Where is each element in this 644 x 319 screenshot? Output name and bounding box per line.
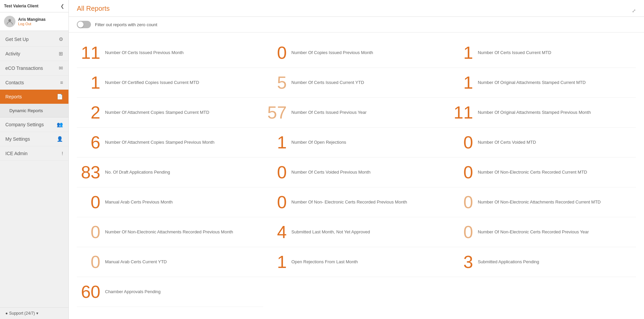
nav-icon-my-settings: 👤 <box>57 136 63 142</box>
report-item-r20[interactable]: 4Submitted Last Month, Not Yet Approved <box>263 217 449 247</box>
report-number-r7: 2 <box>77 104 100 121</box>
report-label-r21: Number Of Non-Electronic Certs Recorded … <box>478 229 631 235</box>
sidebar-item-get-set-up[interactable]: Get Set Up⚙ <box>0 32 68 47</box>
nav-icon-contacts: ≡ <box>60 80 63 85</box>
zero-count-filter-toggle[interactable] <box>77 21 91 28</box>
report-item-r19[interactable]: 0Number Of Non-Electronic Attachments Re… <box>77 217 263 247</box>
chevron-down-icon: ▾ <box>36 311 38 316</box>
report-number-r13: 83 <box>77 164 100 181</box>
report-label-r16: Manual Arab Certs Previous Month <box>105 199 258 205</box>
support-icon: ● <box>5 311 8 316</box>
report-item-r24[interactable]: 3Submitted Applications Pending <box>450 247 636 277</box>
header-actions: ⤢ <box>632 8 636 13</box>
report-item-r11[interactable]: 1Number Of Open Rejections <box>263 128 449 157</box>
report-label-r11: Number Of Open Rejections <box>291 140 444 145</box>
sidebar-item-label: Activity <box>5 51 20 56</box>
sidebar-item-label: eCO Transactions <box>5 65 43 71</box>
app-name: Test Valeria Client <box>4 4 39 8</box>
user-name: Aris Manginas <box>18 17 46 22</box>
user-info: Aris Manginas Log Out <box>18 17 46 26</box>
reports-grid: 11Number Of Certs Issued Previous Month0… <box>77 38 636 307</box>
main-header: All Reports ⤢ <box>69 0 644 17</box>
report-number-r3: 1 <box>450 44 473 61</box>
report-number-r17: 0 <box>263 193 287 211</box>
report-item-r6[interactable]: 1Number Of Original Attachments Stamped … <box>450 68 636 98</box>
report-number-r4: 1 <box>77 74 100 91</box>
nav-icon-activity: ⊞ <box>59 51 63 57</box>
report-item-r8[interactable]: 57Number Of Certs Issued Previous Year <box>263 98 449 128</box>
report-item-r13[interactable]: 83No. Of Draft Applications Pending <box>77 157 263 187</box>
report-item-r3[interactable]: 1Number Of Certs Issued Current MTD <box>450 38 636 68</box>
sidebar-item-eco-transactions[interactable]: eCO Transactions✉ <box>0 61 68 76</box>
report-item-r22[interactable]: 0Manual Arab Certs Current YTD <box>77 247 263 277</box>
report-item-r4[interactable]: 1Number Of Certified Copies Issued Curre… <box>77 68 263 98</box>
report-label-r3: Number Of Certs Issued Current MTD <box>478 50 631 56</box>
support-label: Support (24/7) <box>9 311 35 316</box>
report-item-r12[interactable]: 0Number Of Certs Voided MTD <box>450 128 636 157</box>
report-item-r5[interactable]: 5Number Of Certs Issued Current YTD <box>263 68 449 98</box>
zero-count-filter-label: Filter out reports with zero count <box>95 22 157 27</box>
report-item-r1[interactable]: 11Number Of Certs Issued Previous Month <box>77 38 263 68</box>
sidebar-item-ice-admin[interactable]: ICE Admin! <box>0 146 68 161</box>
sidebar-item-label: Company Settings <box>5 122 44 127</box>
report-number-r9: 11 <box>450 104 473 121</box>
report-item-r7[interactable]: 2Number Of Attachment Copies Stamped Cur… <box>77 98 263 128</box>
support-link[interactable]: ● Support (24/7) ▾ <box>0 307 68 319</box>
sidebar-item-my-settings[interactable]: My Settings👤 <box>0 132 68 146</box>
report-item-r21[interactable]: 0Number Of Non-Electronic Certs Recorded… <box>450 217 636 247</box>
sidebar: Test Valeria Client ❮ Aris Manginas Log … <box>0 0 69 319</box>
nav-icon-eco-transactions: ✉ <box>59 65 63 71</box>
sidebar-item-company-settings[interactable]: Company Settings👥 <box>0 118 68 132</box>
report-item-r9[interactable]: 11Number Of Original Attachments Stamped… <box>450 98 636 128</box>
report-number-r11: 1 <box>263 134 287 151</box>
report-label-r7: Number Of Attachment Copies Stamped Curr… <box>105 110 258 116</box>
sidebar-item-label: Dynamic Reports <box>9 108 43 113</box>
report-item-r15[interactable]: 0Number Of Non-Electronic Certs Recorded… <box>450 157 636 187</box>
report-label-r22: Manual Arab Certs Current YTD <box>105 259 258 265</box>
report-number-r24: 3 <box>450 253 473 271</box>
report-label-r15: Number Of Non-Electronic Certs Recorded … <box>478 170 631 175</box>
report-label-r2: Number Of Copies Issued Previous Month <box>291 50 444 56</box>
nav-icon-company-settings: 👥 <box>57 122 63 128</box>
report-number-r14: 0 <box>263 164 287 181</box>
sidebar-item-reports[interactable]: Reports📄 <box>0 90 68 104</box>
report-label-r8: Number Of Certs Issued Previous Year <box>291 110 444 116</box>
report-label-r24: Submitted Applications Pending <box>478 259 631 265</box>
report-item-r18[interactable]: 0Number Of Non-Electronic Attachments Re… <box>450 187 636 217</box>
report-item-r16[interactable]: 0Manual Arab Certs Previous Month <box>77 187 263 217</box>
report-label-r13: No. Of Draft Applications Pending <box>105 170 258 175</box>
report-number-r23: 1 <box>263 253 287 271</box>
sidebar-item-activity[interactable]: Activity⊞ <box>0 47 68 61</box>
report-label-r19: Number Of Non-Electronic Attachments Rec… <box>105 229 258 235</box>
report-label-r5: Number Of Certs Issued Current YTD <box>291 80 444 86</box>
report-label-r1: Number Of Certs Issued Previous Month <box>105 50 258 56</box>
report-number-r25: 60 <box>77 283 100 301</box>
nav-icon-reports: 📄 <box>57 94 63 100</box>
report-label-r12: Number Of Certs Voided MTD <box>478 140 631 145</box>
sidebar-item-label: ICE Admin <box>5 151 28 156</box>
report-item-r10[interactable]: 6Number Of Attachment Copies Stamped Pre… <box>77 128 263 157</box>
report-item-r23[interactable]: 1Open Rejections From Last Month <box>263 247 449 277</box>
report-number-r12: 0 <box>450 134 473 151</box>
avatar <box>4 16 15 27</box>
report-item-r2[interactable]: 0Number Of Copies Issued Previous Month <box>263 38 449 68</box>
report-number-r16: 0 <box>77 193 100 211</box>
user-profile-section: Aris Manginas Log Out <box>0 12 68 31</box>
toolbar: Filter out reports with zero count <box>69 17 644 33</box>
report-item-r17[interactable]: 0Number Of Non- Electronic Certs Recorde… <box>263 187 449 217</box>
report-item-r25[interactable]: 60Chamber Approvals Pending <box>77 277 263 307</box>
report-label-r25: Chamber Approvals Pending <box>105 289 258 295</box>
report-item-r14[interactable]: 0Number Of Certs Voided Previous Month <box>263 157 449 187</box>
report-number-r2: 0 <box>263 44 287 61</box>
report-number-r1: 11 <box>77 44 100 61</box>
report-label-r18: Number Of Non-Electronic Attachments Rec… <box>478 199 631 205</box>
logout-link[interactable]: Log Out <box>18 22 46 26</box>
sidebar-item-dynamic-reports[interactable]: Dynamic Reports <box>0 104 68 118</box>
report-label-r4: Number Of Certified Copies Issued Curren… <box>105 80 258 86</box>
sidebar-item-contacts[interactable]: Contacts≡ <box>0 76 68 90</box>
report-number-r8: 57 <box>263 104 287 121</box>
report-number-r5: 5 <box>263 74 287 91</box>
sidebar-collapse-button[interactable]: ❮ <box>60 3 64 9</box>
report-number-r20: 4 <box>263 223 287 241</box>
expand-icon[interactable]: ⤢ <box>632 8 636 13</box>
